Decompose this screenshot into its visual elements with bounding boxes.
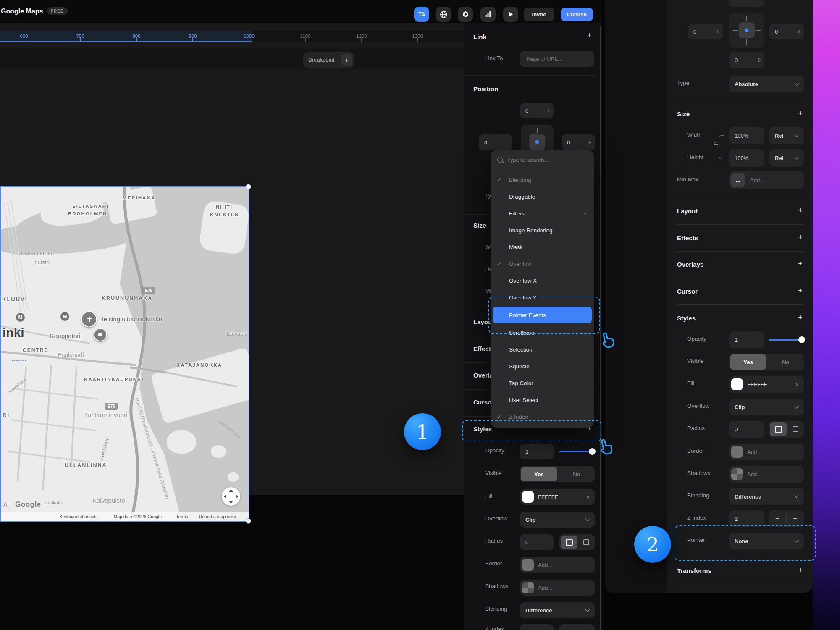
r-visible-toggle[interactable]: Yes No (729, 354, 804, 370)
invite-button[interactable]: Invite (524, 8, 554, 21)
r-width-unit-select[interactable]: Rel (769, 127, 804, 144)
visible-toggle[interactable]: Yes No (520, 466, 595, 482)
breakpoint-button[interactable]: Breakpoint + (303, 52, 354, 68)
per-corner-radius-icon[interactable] (787, 426, 804, 432)
fill-control[interactable]: FFFFFF × (520, 489, 595, 505)
panel-scrollbar[interactable] (600, 26, 601, 630)
church-pin[interactable] (81, 311, 97, 327)
add-cursor-icon[interactable]: + (798, 286, 803, 295)
clear-fill-icon[interactable]: × (795, 381, 799, 388)
terms-link[interactable]: Terms (176, 514, 188, 519)
zindex-stepper[interactable]: − + (559, 624, 595, 630)
menu-item-selection[interactable]: Selection (491, 341, 594, 358)
property-search-menu[interactable]: ✓Blending Draggable Filters› Image Rende… (491, 150, 594, 428)
r-opacity-input[interactable]: 1 (729, 331, 764, 348)
add-effect-icon[interactable]: + (798, 233, 803, 242)
position-right-input[interactable]: 0R (562, 134, 595, 150)
r-radius-mode-toggle[interactable] (769, 421, 804, 438)
preview-button[interactable] (503, 7, 518, 22)
blending-select[interactable]: Difference (520, 602, 595, 618)
shadows-swatch[interactable] (522, 582, 534, 593)
menu-item-squircle[interactable]: Squircle (491, 358, 594, 375)
menu-item-tap-color[interactable]: Tap Color (491, 375, 594, 391)
increment-icon[interactable]: + (787, 515, 804, 522)
r-fill-control[interactable]: FFFFFF × (729, 376, 804, 393)
google-map-frame[interactable]: MERIHAKA SILTASAARI BROHOLMEN NIHTI KNEK… (0, 186, 249, 522)
opacity-input[interactable]: 1 (520, 444, 554, 459)
r-position-top-input[interactable] (729, 0, 764, 7)
opacity-slider-knob[interactable] (589, 448, 596, 455)
r-width-input[interactable]: 100% (729, 127, 764, 144)
r-border-swatch[interactable] (731, 446, 743, 458)
report-error-link[interactable]: Report a map error (199, 514, 236, 519)
r-height-input[interactable]: 100% (729, 149, 764, 167)
r-overflow-select[interactable]: Clip (729, 399, 804, 415)
r-radius-input[interactable]: 0 (729, 421, 764, 438)
link-to-input[interactable] (520, 51, 594, 67)
decrement-icon[interactable]: − (769, 515, 786, 522)
keyboard-shortcuts-link[interactable]: Keyboard shortcuts (60, 514, 97, 519)
r-opacity-slider-knob[interactable] (798, 336, 805, 343)
per-corner-radius-icon[interactable] (578, 539, 595, 545)
add-link-icon[interactable]: + (587, 31, 592, 40)
r-minmax-control[interactable]: ↔ Add... (729, 171, 804, 189)
add-size-icon[interactable]: + (798, 109, 803, 118)
analytics-button[interactable] (480, 7, 496, 22)
r-shadows-control[interactable]: Add... (729, 466, 804, 483)
r-border-control[interactable]: Add... (729, 444, 804, 460)
border-control[interactable]: Add... (520, 557, 595, 573)
selection-handle[interactable] (246, 184, 251, 189)
visible-yes[interactable]: Yes (521, 467, 557, 481)
menu-item-user-select[interactable]: User Select (491, 391, 594, 408)
menu-item-image-rendering[interactable]: Image Rendering (491, 222, 594, 239)
publish-button[interactable]: Publish (561, 8, 593, 21)
add-overlay-icon[interactable]: + (798, 260, 803, 268)
r-position-right-input[interactable]: 0R (769, 24, 804, 39)
menu-item-draggable[interactable]: Draggable (491, 188, 594, 205)
r-blending-select[interactable]: Difference (729, 488, 804, 505)
settings-button[interactable] (458, 7, 473, 22)
fill-swatch[interactable] (522, 491, 534, 503)
r-fill-swatch[interactable] (731, 378, 743, 390)
add-breakpoint-icon[interactable]: + (341, 54, 352, 66)
r-position-left-input[interactable]: 0L (688, 24, 723, 39)
menu-search[interactable] (491, 150, 594, 169)
avatar[interactable]: TS (414, 7, 429, 22)
shadows-control[interactable]: Add... (520, 580, 595, 596)
add-style-icon[interactable]: + (798, 313, 803, 322)
dimension-link-bracket[interactable] (719, 135, 724, 145)
add-transform-icon[interactable]: + (798, 566, 803, 575)
r-zindex-input[interactable]: 2 (729, 510, 764, 527)
r-zindex-stepper[interactable]: − + (769, 510, 804, 527)
pan-control[interactable] (222, 487, 240, 506)
uniform-radius-icon[interactable] (770, 422, 787, 436)
site-globe-button[interactable] (436, 7, 451, 22)
zindex-input[interactable]: 2 (520, 624, 554, 630)
market-pin[interactable] (94, 328, 107, 341)
clear-fill-icon[interactable]: × (586, 494, 590, 500)
menu-item-overflow[interactable]: ✓Overflow (491, 255, 594, 272)
radius-input[interactable]: 0 (520, 534, 554, 550)
r-type-select[interactable]: Absolute (729, 76, 804, 92)
menu-item-filters[interactable]: Filters› (491, 205, 594, 222)
increment-icon[interactable]: + (578, 628, 595, 630)
border-swatch[interactable] (522, 559, 534, 571)
uniform-radius-icon[interactable] (561, 536, 578, 549)
menu-item-blending[interactable]: ✓Blending (491, 171, 594, 188)
add-layout-icon[interactable]: + (798, 206, 803, 215)
position-left-input[interactable]: 0L (479, 134, 512, 150)
position-top-input[interactable]: 0T (520, 103, 554, 118)
menu-item-mask[interactable]: Mask (491, 239, 594, 255)
radius-mode-toggle[interactable] (559, 534, 595, 550)
r-visible-no[interactable]: No (767, 354, 804, 370)
r-shadows-swatch[interactable] (731, 468, 743, 480)
r-position-bottom-input[interactable]: 0B (729, 52, 764, 68)
decrement-icon[interactable]: − (559, 628, 577, 630)
selection-handle[interactable] (246, 518, 251, 524)
overflow-select[interactable]: Clip (520, 512, 595, 528)
menu-item-overflow-x[interactable]: Overflow X (491, 272, 594, 289)
r-visible-yes[interactable]: Yes (730, 354, 766, 370)
visible-no[interactable]: No (558, 466, 595, 482)
r-position-anchor-widget[interactable] (729, 13, 764, 48)
search-input[interactable] (506, 156, 583, 163)
